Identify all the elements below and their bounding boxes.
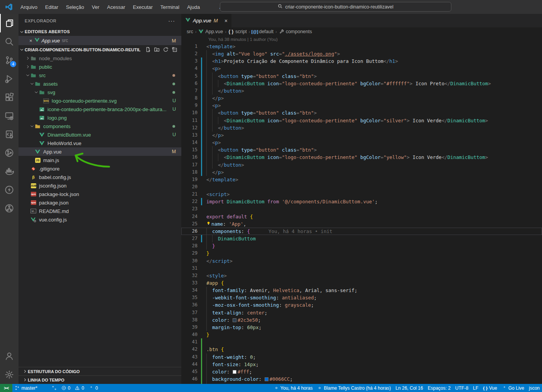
code-line-5[interactable]: 5<button type="button" class="btn"> <box>181 73 542 80</box>
code-line-13[interactable]: 13</p> <box>181 132 542 139</box>
code-line-12[interactable]: 12</button> <box>181 124 542 132</box>
activitybar-docker[interactable] <box>0 162 19 181</box>
code-line-8[interactable]: 8</p> <box>181 95 542 102</box>
code-editor[interactable]: 1<template>2<img alt="Vue logo" src="./a… <box>181 43 542 390</box>
tree-item-app.vue[interactable]: App.vueM <box>19 147 181 156</box>
tree-item-main.js[interactable]: JSmain.js <box>19 156 181 164</box>
activitybar-extensions[interactable] <box>0 88 19 106</box>
code-line-17[interactable]: 17</button> <box>181 161 542 169</box>
activitybar-gitlens[interactable] <box>0 144 19 162</box>
statusbar-espa-os-2[interactable]: Espaços: 2 <box>425 384 453 392</box>
chevron-right-icon[interactable] <box>25 65 30 69</box>
statusbar-0[interactable]: 0 <box>59 384 73 392</box>
collapse-all-icon[interactable] <box>172 47 177 52</box>
code-line-4[interactable]: 4<p> <box>181 65 542 72</box>
close-icon[interactable]: × <box>29 38 32 44</box>
code-line-34[interactable]: 34font-family: Avenir, Helvetica, Arial,… <box>181 287 542 294</box>
tree-item-helloworld.vue[interactable]: HelloWorld.vue <box>19 139 181 147</box>
code-line-24[interactable]: 24export default { <box>181 213 542 220</box>
tree-item-assets[interactable]: assets <box>19 79 181 88</box>
tree-item-package.json[interactable]: npmpackage.json <box>19 198 181 207</box>
menu-ajuda[interactable]: Ajuda <box>184 3 203 12</box>
tab-close-icon[interactable]: × <box>225 18 228 24</box>
code-line-15[interactable]: 15<button type="button" class="btn"> <box>181 146 542 154</box>
activitybar-account[interactable] <box>0 347 19 365</box>
timeline-section[interactable]: LINHA DO TEMPO <box>19 375 181 384</box>
code-line-3[interactable]: 3<h1>Projeto Criação de Componente Dinâm… <box>181 57 542 65</box>
statusbar-go-live[interactable]: Go Live <box>500 384 527 392</box>
activitybar-source-control[interactable]: 4 <box>0 51 19 69</box>
breadcrumb-components[interactable]: components <box>279 29 312 34</box>
tree-item-public[interactable]: public <box>19 63 181 71</box>
color-swatch[interactable] <box>233 370 236 374</box>
menu-arquivo[interactable]: Arquivo <box>17 3 41 12</box>
code-line-26[interactable]: 26components: {You, há 4 horas • init <box>181 228 542 235</box>
code-line-35[interactable]: 35-webkit-font-smoothing: antialiased; <box>181 294 542 301</box>
statusbar-0[interactable]: 0 <box>73 384 86 392</box>
chevron-down-icon[interactable] <box>25 73 30 77</box>
statusbar-0[interactable]: 0 <box>86 384 100 392</box>
tree-item-svg[interactable]: svg <box>19 88 181 96</box>
menu-ver[interactable]: Ver <box>88 3 103 12</box>
chevron-down-icon[interactable] <box>30 124 34 128</box>
menu-terminal[interactable]: Terminal <box>157 3 183 12</box>
tree-item-vue.config.js[interactable]: vue.config.js <box>19 215 181 224</box>
activitybar-remote-explorer[interactable] <box>0 106 19 125</box>
code-line-38[interactable]: 38color: #2c3e50; <box>181 316 542 324</box>
code-line-18[interactable]: 18</p> <box>181 169 542 176</box>
new-folder-icon[interactable] <box>154 47 160 52</box>
gitlens-codelens[interactable]: You, há 38 minutos | 1 author (You) <box>181 36 542 43</box>
code-line-1[interactable]: 1<template> <box>181 43 542 50</box>
code-line-14[interactable]: 14<p> <box>181 139 542 146</box>
code-line-21[interactable]: 21<script> <box>181 191 542 198</box>
activitybar-explorer[interactable] <box>0 14 19 32</box>
tree-item-node-modules[interactable]: node_modules <box>19 54 181 63</box>
code-line-10[interactable]: 10<button type="button" class="btn"> <box>181 109 542 117</box>
tree-item-logo-conteudo-pertinente.svg[interactable]: SVGlogo-conteudo-pertinente.svgU <box>19 96 181 105</box>
activitybar-thunder-client[interactable] <box>0 181 19 199</box>
code-line-20[interactable]: 20 <box>181 183 542 191</box>
code-line-37[interactable]: 37text-align: center; <box>181 309 542 316</box>
open-editors-section[interactable]: EDITORES ABERTOS <box>19 27 181 36</box>
color-swatch[interactable] <box>233 318 236 322</box>
code-line-31[interactable]: 31 <box>181 265 542 272</box>
activitybar-code-runner[interactable] <box>0 125 19 144</box>
chevron-down-icon[interactable] <box>30 82 34 86</box>
tree-item-.gitignore[interactable]: .gitignore <box>19 164 181 173</box>
chevron-down-icon[interactable] <box>34 90 39 94</box>
code-line-46[interactable]: 46background-color: #0066CC; <box>181 375 542 383</box>
code-line-9[interactable]: 9<p> <box>181 102 542 109</box>
tree-item-logo.png[interactable]: logo.png <box>19 113 181 122</box>
new-file-icon[interactable] <box>145 47 151 52</box>
code-line-7[interactable]: 7</button> <box>181 87 542 95</box>
activitybar-run-debug[interactable] <box>0 69 19 88</box>
code-line-25[interactable]: 25name: 'App', <box>181 220 542 228</box>
activitybar-settings[interactable] <box>0 365 19 384</box>
statusbar-you-h-4-horas[interactable]: You, há 4 horas <box>272 384 315 392</box>
code-line-16[interactable]: 16<DinamicButtom icon="logo-conteudo-per… <box>181 154 542 161</box>
tab-app-vue[interactable]: App.vue M × <box>181 14 231 27</box>
code-line-2[interactable]: 2<img alt="Vue logo" src="./assets/logo.… <box>181 50 542 57</box>
statusbar-[interactable]: >< <box>0 384 12 392</box>
statusbar-jscon[interactable]: jscon <box>527 384 542 392</box>
code-line-40[interactable]: 40} <box>181 331 542 338</box>
menu-editar[interactable]: Editar <box>42 3 62 12</box>
code-line-44[interactable]: 44font-size: 14px; <box>181 361 542 368</box>
menu-seleção[interactable]: Seleção <box>62 3 88 12</box>
statusbar-compare[interactable] <box>49 384 59 392</box>
statusbar-utf-8[interactable]: UTF-8 <box>453 384 471 392</box>
statusbar-lf[interactable]: LF <box>471 384 481 392</box>
tree-item-package-lock.json[interactable]: npmpackage-lock.json <box>19 190 181 198</box>
statusbar-master[interactable]: master* <box>12 384 39 392</box>
statusbar-blame-tellys-castro-h-4-horas[interactable]: Blame Tellys Castro (há 4 horas) <box>315 384 393 392</box>
more-actions-icon[interactable]: ··· <box>168 17 175 24</box>
breadcrumb-default[interactable]: [@]default <box>252 29 274 34</box>
code-line-23[interactable]: 23 <box>181 205 542 213</box>
code-line-6[interactable]: 6<DinamicButtom icon="logo-conteudo-pert… <box>181 80 542 87</box>
tree-item-jsconfig.json[interactable]: JS⚙jsconfig.json <box>19 181 181 190</box>
menu-acessar[interactable]: Acessar <box>104 3 129 12</box>
color-swatch[interactable] <box>265 377 268 381</box>
statusbar-cloud[interactable] <box>40 384 49 392</box>
breadcrumb-script[interactable]: { }script <box>228 29 247 34</box>
statusbar-vue[interactable]: { }Vue <box>481 384 500 392</box>
